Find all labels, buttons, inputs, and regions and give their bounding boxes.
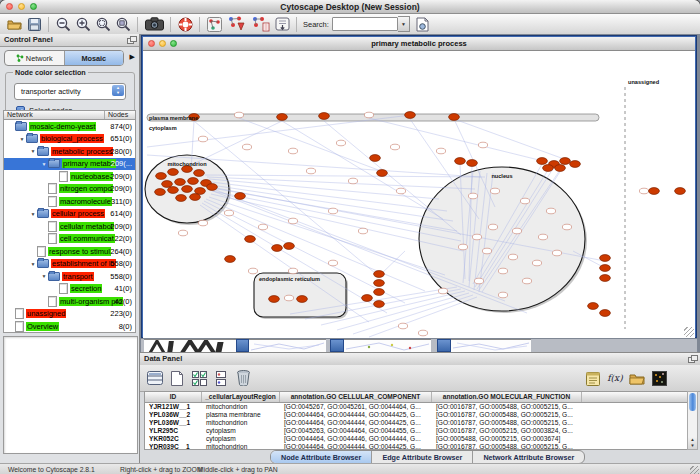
network-node[interactable] [374,301,385,308]
expand-arrow-icon[interactable]: ▼ [18,136,26,142]
tree-row[interactable]: secretion41(0) [4,283,135,296]
node-color-dropdown[interactable]: transporter activity ▲▼ [14,83,126,100]
tab-network-attribute-browser[interactable]: Network Attribute Browser [473,451,584,463]
network-node[interactable] [546,208,555,214]
tree-row[interactable]: mosaic-demo-yeast874(0) [4,120,135,133]
network-node[interactable] [277,114,288,121]
network-node[interactable] [288,218,297,224]
network-node[interactable] [362,295,373,302]
network-node[interactable] [162,181,173,188]
network-view-window[interactable]: primary metabolic process plasma membran… [141,35,697,338]
network-node[interactable] [175,179,186,186]
network-node[interactable] [198,220,207,226]
tab-network[interactable]: Network [5,51,65,65]
network-node[interactable] [552,250,561,256]
tree-row[interactable]: nucleobase-209(0) [4,170,135,183]
network-node[interactable] [258,224,267,230]
column-header[interactable]: _cellularLayoutRegion [202,392,280,402]
network-node[interactable] [498,268,507,274]
network-node[interactable] [155,189,166,196]
network-node[interactable] [512,228,521,234]
column-header[interactable]: annotation.GO CELLULAR_COMPONENT [280,392,432,402]
select-attributes-icon[interactable] [190,369,208,387]
network-node[interactable] [436,148,445,154]
background-window-titlebar[interactable] [330,339,344,352]
network-node[interactable] [418,330,427,336]
network-node[interactable] [560,158,571,165]
table-row[interactable]: YLR295Ccytoplasm[GO:0045263, GO:0044464,… [145,427,688,435]
network-node[interactable] [520,198,529,204]
open-icon[interactable] [5,16,23,33]
function-builder-icon[interactable]: f(x) [606,369,624,387]
network-node[interactable] [538,234,547,240]
tree-row[interactable]: ▼transport558(0) [4,270,135,283]
network-node[interactable] [234,112,243,118]
background-window-titlebar[interactable] [236,339,249,352]
float-panel-icon[interactable] [688,355,697,363]
attribute-batch-icon[interactable] [212,369,230,387]
zoom-out-icon[interactable] [54,16,72,33]
network-node[interactable] [284,243,295,250]
network-node[interactable] [588,303,599,310]
zoom-selected-icon[interactable] [94,16,112,33]
network-node[interactable] [455,158,466,165]
tree-row[interactable]: ▼metabolic process280(0) [4,145,135,158]
network-node[interactable] [458,244,467,250]
network-node[interactable] [288,268,297,274]
background-window[interactable] [451,339,531,352]
network-node[interactable] [288,148,297,154]
network-node[interactable] [468,193,477,199]
select-first-neighbors-icon[interactable] [225,16,247,33]
tree-row[interactable]: nitrogen compo209(0) [4,183,135,196]
network-node[interactable] [248,268,257,274]
expand-arrow-icon[interactable]: ▼ [29,261,37,267]
tree-row[interactable]: ▼biological_process651(0) [4,133,135,146]
column-header[interactable]: ID [145,392,202,402]
birds-eye-view[interactable] [3,336,138,454]
snapshot-icon[interactable] [143,16,165,33]
network-node[interactable] [675,188,686,195]
network-node[interactable] [649,188,660,195]
network-node[interactable] [570,161,581,168]
network-node[interactable] [168,169,179,176]
attribute-editor-icon[interactable] [584,369,602,387]
network-node[interactable] [176,195,187,202]
expand-arrow-icon[interactable]: ▼ [40,161,48,167]
tree-row[interactable]: unassigned223(0) [4,308,135,321]
network-node[interactable] [374,280,385,287]
network-node[interactable] [198,136,207,142]
network-node[interactable] [482,248,491,254]
column-nodes[interactable]: Nodes [105,111,135,119]
help-ring-icon[interactable] [176,16,194,33]
network-node[interactable] [190,194,201,201]
import-attributes-icon[interactable] [628,369,646,387]
network-node[interactable] [245,236,256,243]
network-node[interactable] [370,155,381,162]
network-node[interactable] [600,275,611,282]
dropdown-stepper-icon[interactable]: ▲▼ [112,85,124,96]
network-node[interactable] [306,168,315,174]
network-node[interactable] [396,188,405,194]
network-node[interactable] [242,144,251,150]
network-node[interactable] [272,245,283,252]
scrollbar-thumb[interactable] [689,393,696,411]
tree-row[interactable]: response to stimul264(0) [4,245,135,258]
scrollbar-arrows-icon[interactable]: ▲▼ [688,437,697,449]
table-row[interactable]: YKR052Ccytoplasm[GO:0044464, GO:0044446,… [145,435,688,443]
column-header[interactable]: annotation.GO MOLECULAR_FUNCTION [432,392,582,402]
network-window-titlebar[interactable]: primary metabolic process [143,37,695,51]
tree-row[interactable]: multi-organism pro42(0) [4,295,135,308]
network-node[interactable] [562,224,571,230]
zoom-fit-icon[interactable] [114,16,132,33]
network-node[interactable] [508,254,517,260]
table-scrollbar[interactable]: ▲▼ [687,391,698,450]
network-node[interactable] [600,255,611,262]
app-titlebar[interactable]: Cytoscape Desktop (New Session) [0,0,700,14]
float-panel-icon[interactable] [127,36,136,44]
background-window[interactable] [249,339,326,352]
new-network-icon[interactable] [205,16,223,33]
resize-grip-icon[interactable] [684,327,694,337]
delete-attribute-icon[interactable] [234,369,252,387]
zoom-in-icon[interactable] [74,16,92,33]
network-node[interactable] [490,188,499,194]
